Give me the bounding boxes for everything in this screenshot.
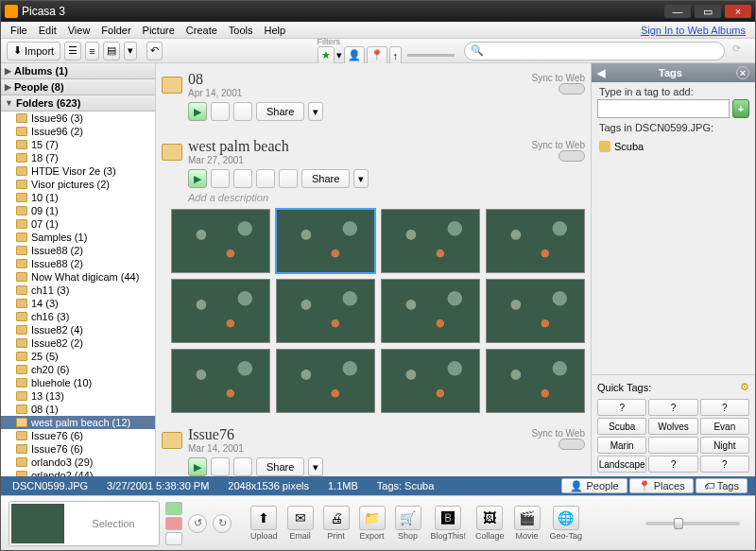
sync-toggle[interactable]: [558, 83, 585, 95]
hold-button[interactable]: [165, 502, 182, 515]
album-title[interactable]: west palm beach: [188, 138, 289, 155]
sidebar-folder-item[interactable]: 13 (13): [1, 389, 155, 403]
undo-button[interactable]: ↶: [146, 42, 163, 60]
photo-thumbnail[interactable]: [486, 279, 585, 343]
search-input[interactable]: 🔍: [464, 42, 725, 60]
photo-thumbnail[interactable]: [486, 209, 585, 273]
sidebar-folder-item[interactable]: Now What digicam (44): [1, 270, 155, 284]
sidebar-folder-item[interactable]: Issue88 (2): [1, 244, 155, 257]
sidebar-albums-header[interactable]: ▶Albums (1): [1, 63, 155, 79]
tool-icon[interactable]: [233, 169, 252, 188]
zoom-slider[interactable]: [645, 522, 740, 525]
folder-list[interactable]: Issue96 (3)Issue96 (2)15 (7)18 (7)HTDE V…: [1, 112, 155, 476]
photo-thumbnail[interactable]: [381, 279, 480, 343]
menu-view[interactable]: View: [62, 25, 96, 36]
action-export[interactable]: 📁Export: [359, 506, 386, 541]
menu-edit[interactable]: Edit: [33, 25, 62, 36]
sidebar-folder-item[interactable]: Issue96 (2): [1, 125, 155, 138]
view-dropdown[interactable]: ▾: [124, 42, 137, 60]
sidebar-folder-item[interactable]: ch16 (3): [1, 310, 155, 323]
sidebar-folder-item[interactable]: Issue82 (4): [1, 323, 155, 336]
sync-to-web[interactable]: Sync to Web: [531, 140, 585, 164]
minimize-button[interactable]: —: [664, 5, 691, 18]
menu-create[interactable]: Create: [180, 25, 223, 36]
share-dropdown[interactable]: ▾: [353, 169, 369, 188]
view-tree-button[interactable]: ☰: [64, 42, 81, 60]
quick-tag-button[interactable]: ?: [597, 399, 646, 416]
selection-tray[interactable]: Selection: [9, 501, 160, 546]
sidebar-folder-item[interactable]: west palm beach (12): [1, 416, 155, 429]
quick-tag-button[interactable]: Marin: [597, 437, 646, 454]
photo-thumbnail[interactable]: [486, 349, 585, 413]
quick-tag-button[interactable]: [648, 437, 697, 454]
zoom-knob[interactable]: [674, 518, 683, 529]
tag-item[interactable]: Scuba: [599, 139, 747, 154]
menu-tools[interactable]: Tools: [223, 25, 259, 36]
quick-tag-button[interactable]: Evan: [700, 418, 749, 435]
rotate-right-button[interactable]: ↻: [213, 514, 232, 533]
sidebar-folder-item[interactable]: ch11 (3): [1, 284, 155, 297]
main-content[interactable]: 08Apr 14, 2001Sync to Web▶Share▾west pal…: [156, 63, 591, 476]
places-tab-button[interactable]: 📍Places: [629, 478, 694, 493]
share-button[interactable]: Share: [256, 102, 304, 121]
album-title[interactable]: 08: [188, 71, 242, 88]
sidebar-folder-item[interactable]: bluehole (10): [1, 376, 155, 389]
selection-thumb[interactable]: [11, 504, 64, 543]
tool-icon[interactable]: [279, 169, 298, 188]
sidebar-folder-item[interactable]: 25 (5): [1, 350, 155, 363]
photo-thumbnail[interactable]: [171, 279, 270, 343]
share-dropdown[interactable]: ▾: [308, 102, 323, 121]
sidebar-folder-item[interactable]: Visor pictures (2): [1, 178, 155, 191]
filter-people-button[interactable]: 👤: [344, 46, 365, 65]
photo-thumbnail[interactable]: [171, 209, 270, 273]
quick-tag-button[interactable]: ?: [648, 456, 697, 473]
sidebar-folder-item[interactable]: 14 (3): [1, 297, 155, 310]
action-upload[interactable]: ⬆Upload: [250, 506, 278, 541]
view-flat-button[interactable]: ≡: [85, 42, 98, 60]
quick-tag-button[interactable]: ?: [700, 399, 749, 416]
filter-star-button[interactable]: ★: [318, 46, 335, 65]
action-print[interactable]: 🖨Print: [323, 506, 350, 541]
filter-up-button[interactable]: ↑: [389, 46, 403, 65]
tags-tab-button[interactable]: 🏷Tags: [696, 478, 747, 493]
photo-thumbnail[interactable]: [276, 209, 375, 273]
play-button[interactable]: ▶: [188, 102, 207, 121]
description-field[interactable]: Add a description: [188, 192, 585, 203]
sidebar-folder-item[interactable]: Issue82 (2): [1, 336, 155, 350]
quick-tag-button[interactable]: Night: [700, 437, 749, 454]
sidebar-folder-item[interactable]: 18 (7): [1, 151, 155, 164]
sidebar-folder-item[interactable]: Issue96 (3): [1, 112, 155, 125]
sidebar-folders-header[interactable]: ▼Folders (623): [1, 95, 155, 112]
share-button[interactable]: Share: [301, 169, 350, 188]
rotate-left-button[interactable]: ↺: [188, 514, 207, 533]
share-dropdown[interactable]: ▾: [308, 457, 323, 476]
tool-icon[interactable]: [211, 457, 230, 476]
quick-tag-button[interactable]: Scuba: [597, 418, 646, 435]
sync-to-web[interactable]: Sync to Web: [531, 73, 585, 96]
sidebar-folder-item[interactable]: Issue88 (2): [1, 257, 155, 270]
sidebar-folder-item[interactable]: orlando3 (29): [1, 456, 155, 469]
sync-toggle[interactable]: [558, 150, 585, 162]
album-title[interactable]: Issue76: [188, 426, 244, 443]
close-button[interactable]: ×: [725, 5, 751, 18]
sync-to-web[interactable]: Sync to Web: [531, 428, 585, 452]
photo-thumbnail[interactable]: [276, 349, 375, 413]
filter-geo-button[interactable]: 📍: [367, 46, 387, 65]
tool-icon[interactable]: [256, 169, 275, 188]
photo-thumbnail[interactable]: [381, 349, 480, 413]
tool-icon[interactable]: [211, 102, 230, 121]
quick-tag-button[interactable]: Wolves: [648, 418, 697, 435]
extra-button[interactable]: [165, 532, 182, 545]
play-button[interactable]: ▶: [188, 457, 207, 476]
sidebar-folder-item[interactable]: Issue76 (6): [1, 442, 155, 456]
sidebar-folder-item[interactable]: ch20 (6): [1, 363, 155, 376]
quick-tag-button[interactable]: ?: [700, 456, 749, 473]
sidebar-folder-item[interactable]: 10 (1): [1, 191, 155, 204]
import-button[interactable]: ⬇ Import: [7, 42, 60, 60]
action-blogthis[interactable]: 🅱BlogThis!: [431, 506, 467, 541]
action-collage[interactable]: 🖼Collage: [475, 506, 505, 541]
menu-help[interactable]: Help: [259, 25, 292, 36]
sync-toggle[interactable]: [558, 439, 585, 450]
sidebar-people-header[interactable]: ▶People (8): [1, 79, 155, 95]
sidebar-folder-item[interactable]: 09 (1): [1, 204, 155, 217]
